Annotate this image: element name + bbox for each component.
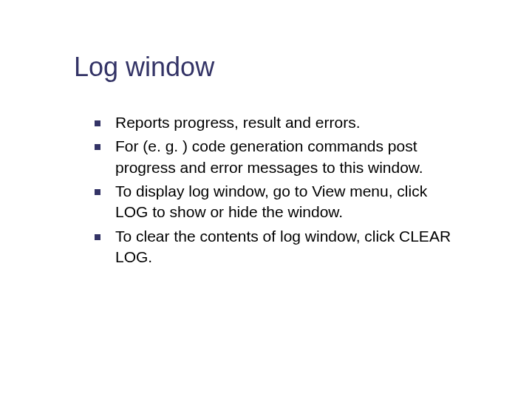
bullet-text: For (e. g. ) code generation commands po… [115,137,423,175]
square-bullet-icon [95,120,100,126]
bullet-text: Reports progress, result and errors. [115,114,360,131]
square-bullet-icon [95,234,100,240]
bullet-text: To clear the contents of log window, cli… [115,228,451,265]
list-item: For (e. g. ) code generation commands po… [95,136,458,178]
list-item: To display log window, go to View menu, … [95,181,458,223]
bullet-text: To display log window, go to View menu, … [115,183,427,220]
slide-container: Log window Reports progress, result and … [0,0,532,267]
list-item: To clear the contents of log window, cli… [95,226,458,268]
slide-title: Log window [74,52,458,83]
square-bullet-icon [95,144,100,150]
list-item: Reports progress, result and errors. [95,112,458,133]
bullet-list: Reports progress, result and errors. For… [74,112,458,267]
square-bullet-icon [95,189,100,195]
